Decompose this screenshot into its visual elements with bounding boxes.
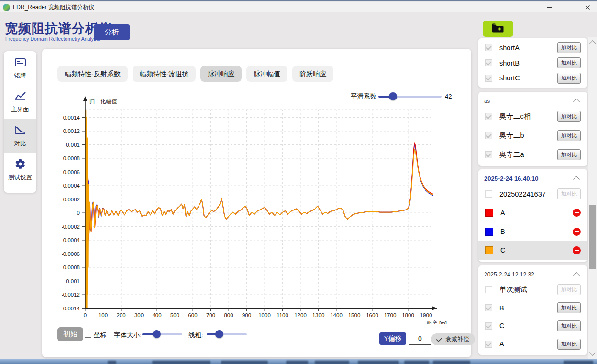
sidebar-item-2[interactable]: 主界面	[4, 85, 36, 119]
item-checkbox[interactable]	[485, 59, 492, 66]
line-width-slider[interactable]	[207, 330, 247, 339]
x-tick-label: 1000	[258, 312, 271, 318]
list-item[interactable]: shortB加对比	[482, 55, 584, 71]
close-icon	[585, 5, 590, 10]
scroll-down-icon[interactable]	[589, 349, 596, 356]
gear-icon	[14, 158, 26, 172]
tab-2[interactable]: 幅频特性-波阻抗	[133, 66, 196, 82]
list-item[interactable]: shortA加对比	[482, 40, 584, 55]
sidebar-item-label: 测试设置	[8, 174, 32, 182]
add-compare-button[interactable]: 加对比	[557, 320, 581, 331]
list-item[interactable]: B加对比	[482, 299, 584, 317]
x-tick-label: 1700	[384, 312, 397, 318]
y-tick-label: 0.0006	[63, 169, 80, 175]
slider-track[interactable]	[207, 333, 247, 335]
y-axis-arrow	[83, 96, 87, 101]
y-tick-label: -0.0008	[62, 265, 80, 270]
list-item[interactable]: C加对比	[482, 317, 584, 335]
remove-button[interactable]	[573, 209, 581, 217]
list-item[interactable]: A加对比	[482, 335, 584, 353]
tab-4[interactable]: 脉冲幅值	[246, 66, 287, 82]
item-checkbox[interactable]	[485, 322, 492, 330]
taskbar-item	[564, 361, 593, 364]
x-tick-label: 1800	[402, 312, 414, 318]
x-tick-label: 700	[206, 312, 215, 318]
attenuation-compensation-toggle[interactable]: 衰减补偿	[431, 333, 475, 345]
scroll-up-icon[interactable]	[589, 40, 596, 47]
add-compare-button[interactable]: 加对比	[557, 339, 581, 350]
add-compare-button[interactable]: 加对比	[557, 302, 581, 313]
chevron-up-icon[interactable]	[573, 176, 580, 183]
x-tick-label: 1900	[420, 312, 432, 318]
x-tick-label: 300	[134, 312, 144, 318]
add-compare-button[interactable]: 加对比	[557, 130, 581, 141]
add-compare-button: 加对比	[557, 188, 581, 199]
list-item[interactable]: 单次测试加对比	[482, 281, 584, 299]
list-item[interactable]: shortC加对比	[482, 70, 584, 86]
analyze-button[interactable]: 分析	[94, 24, 130, 40]
item-checkbox[interactable]	[485, 190, 492, 198]
list-item[interactable]: B	[482, 222, 584, 241]
list-item[interactable]: C	[478, 241, 587, 260]
sidebar-item-4[interactable]: 测试设置	[4, 153, 36, 187]
panel-scrollbar[interactable]	[588, 37, 597, 359]
chevron-up-icon[interactable]	[573, 272, 580, 279]
add-compare-button[interactable]: 加对比	[557, 73, 581, 84]
add-compare-button[interactable]: 加对比	[557, 42, 581, 53]
tab-3[interactable]: 脉冲响应	[200, 66, 242, 82]
list-item[interactable]: 奥寺二a加对比	[482, 145, 584, 164]
item-checkbox[interactable]	[485, 132, 492, 139]
series-line-B	[85, 131, 436, 301]
tab-5[interactable]: 阶跃响应	[292, 66, 333, 82]
slider-thumb[interactable]	[153, 330, 161, 338]
window-title: FDR_Reader 宽频阻抗谱分析仪	[13, 3, 94, 11]
list-item[interactable]: 202502241637加对比	[482, 185, 584, 203]
maximize-button[interactable]	[559, 2, 578, 12]
app-window: FDR_Reader 宽频阻抗谱分析仪 宽频阻抗谱分析仪 Frequency D…	[0, 0, 597, 364]
test-group-card: as奥寺二c相加对比奥寺二b加对比奥寺二a加对比	[478, 92, 587, 166]
item-checkbox[interactable]	[485, 113, 492, 120]
add-compare-button[interactable]: 加对比	[557, 57, 581, 68]
color-swatch	[485, 209, 493, 217]
list-item[interactable]: A	[482, 203, 584, 222]
minimize-button[interactable]	[540, 2, 559, 12]
taskbar	[0, 359, 597, 364]
import-folder-button[interactable]	[483, 21, 513, 37]
y-offset-input[interactable]	[409, 333, 431, 345]
item-label: A	[499, 340, 504, 348]
scrollbar-thumb[interactable]	[589, 205, 596, 269]
sidebar-item-1[interactable]: 铭牌	[4, 51, 36, 85]
y-tick-label: -0.0004	[62, 237, 80, 243]
x-tick-label: 500	[170, 312, 179, 318]
item-checkbox[interactable]	[485, 304, 492, 311]
slider-track[interactable]	[142, 333, 182, 335]
item-label: C	[499, 322, 504, 330]
item-checkbox[interactable]	[485, 341, 492, 348]
coordinate-checkbox[interactable]	[85, 331, 91, 338]
list-item[interactable]: 奥寺二b加对比	[482, 126, 584, 145]
x-tick-label: 1300	[312, 312, 325, 318]
chevron-up-icon[interactable]	[573, 99, 580, 105]
item-checkbox[interactable]	[485, 151, 492, 158]
close-button[interactable]	[578, 2, 597, 12]
tab-1[interactable]: 幅频特性-反射系数	[57, 66, 128, 82]
add-compare-button[interactable]: 加对比	[557, 149, 581, 160]
font-size-slider[interactable]	[142, 330, 182, 339]
y-offset-button[interactable]: Y偏移	[379, 332, 406, 345]
group-header: 2025-2-24 16.40.10	[482, 171, 584, 185]
test-group-card: 2025-2-24 16.40.10202502241637加对比ABC	[478, 169, 587, 262]
coordinate-checkbox-label[interactable]: 坐标	[94, 331, 107, 340]
list-item[interactable]: 奥寺二c相加对比	[482, 107, 584, 126]
item-checkbox[interactable]	[485, 75, 492, 82]
remove-button[interactable]	[573, 246, 581, 254]
item-checkbox[interactable]	[485, 44, 492, 51]
slider-thumb[interactable]	[215, 330, 223, 338]
sidebar-item-3[interactable]: 对比	[4, 119, 36, 153]
item-checkbox[interactable]	[485, 286, 492, 293]
reset-button[interactable]: 初始	[57, 327, 83, 341]
remove-button[interactable]	[573, 228, 581, 236]
item-label: 奥寺二b	[499, 131, 524, 140]
add-compare-button[interactable]: 加对比	[557, 111, 581, 122]
app-logo-icon	[3, 4, 10, 11]
taskbar-item	[358, 361, 399, 364]
